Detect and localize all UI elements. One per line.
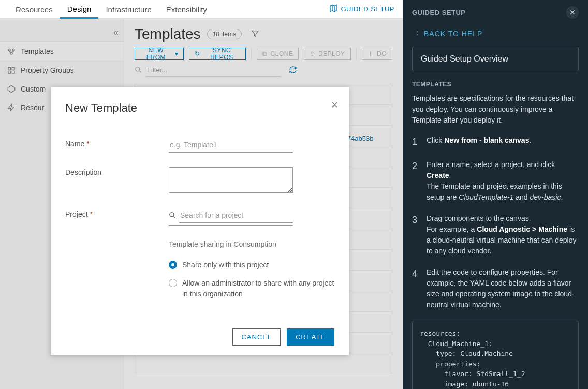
search-icon: [169, 212, 176, 220]
tab-extensibility[interactable]: Extensibility: [159, 1, 214, 18]
radio-share-org[interactable]: Allow an administrator to share with any…: [169, 278, 334, 300]
guided-setup-panel: GUIDED SETUP ✕ 〈 BACK TO HELP Guided Set…: [403, 0, 588, 389]
close-icon[interactable]: ✕: [566, 6, 579, 19]
help-panel-title: GUIDED SETUP: [412, 9, 466, 17]
chevron-left-icon: 〈: [412, 29, 420, 38]
help-steps: 1 Click New from - blank canvas. 2 Enter…: [412, 135, 579, 310]
overview-card[interactable]: Guided Setup Overview: [412, 47, 579, 71]
top-tab-bar: Resources Design Infrastructure Extensib…: [0, 0, 403, 19]
description-label: Description: [65, 167, 169, 176]
modal-title: New Template: [65, 101, 334, 115]
name-label: Name*: [65, 139, 169, 148]
map-icon: [329, 4, 337, 14]
tab-design[interactable]: Design: [60, 0, 99, 19]
yaml-code-block: resources: Cloud_Machine_1: type: Cloud.…: [412, 321, 579, 389]
description-textarea[interactable]: [169, 167, 293, 193]
help-step: 1 Click New from - blank canvas.: [412, 135, 579, 149]
new-template-modal: New Template ✕ Name* Description Project…: [51, 87, 349, 355]
radio-share-project[interactable]: Share only with this project: [169, 260, 334, 271]
back-label: BACK TO HELP: [424, 29, 482, 38]
help-step: 3 Drag components to the canvas.For exam…: [412, 213, 579, 257]
help-section-title: TEMPLATES: [412, 81, 579, 88]
close-icon[interactable]: ✕: [331, 99, 339, 111]
guided-setup-label: GUIDED SETUP: [341, 5, 394, 13]
back-to-help-link[interactable]: 〈 BACK TO HELP: [412, 29, 579, 38]
radio-icon: [169, 279, 177, 287]
svg-point-9: [170, 213, 174, 217]
name-input[interactable]: [169, 139, 293, 153]
radio-label: Allow an administrator to share with any…: [182, 278, 334, 300]
project-label: Project*: [65, 209, 169, 218]
help-step: 4 Edit the code to configure properties.…: [412, 267, 579, 310]
tab-resources[interactable]: Resources: [8, 1, 60, 18]
guided-setup-link[interactable]: GUIDED SETUP: [329, 4, 394, 14]
sharing-label: Template sharing in Consumption: [169, 240, 334, 248]
radio-icon: [169, 261, 177, 269]
radio-label: Share only with this project: [182, 260, 269, 271]
tab-infrastructure[interactable]: Infrastructure: [98, 1, 158, 18]
help-description: Templates are specifications for the res…: [412, 93, 579, 126]
help-step: 2 Enter a name, select a project, and cl…: [412, 159, 579, 203]
project-search-input[interactable]: [179, 209, 293, 223]
create-button[interactable]: CREATE: [287, 328, 334, 346]
cancel-button[interactable]: CANCEL: [232, 328, 281, 346]
